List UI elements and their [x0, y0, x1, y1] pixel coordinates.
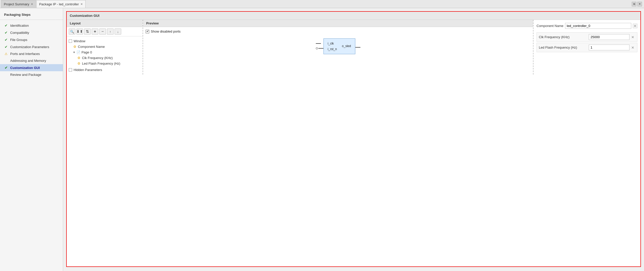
- search-icon: 🔍: [70, 30, 74, 34]
- expand-all-icon: ⇅: [86, 29, 89, 34]
- check-icon-identification: ✔: [4, 23, 8, 27]
- comp-left-ports: i_clk i_rst_n: [328, 42, 337, 51]
- layout-section-header: Layout: [67, 20, 143, 27]
- param-row-clk-freq: Clk Frequency (KHz) ✕: [537, 32, 637, 42]
- show-disabled-checkbox[interactable]: ✔: [146, 30, 149, 33]
- hidden-params-label: Hidden Parameters: [74, 68, 102, 72]
- customization-gui-title: Customization GUI: [67, 12, 640, 20]
- port-row-rst: [316, 47, 323, 49]
- sidebar-item-identification[interactable]: ✔ Identification: [0, 22, 63, 29]
- param-input-led-flash[interactable]: [589, 45, 629, 50]
- component-name-clear-btn[interactable]: ✕: [633, 24, 637, 28]
- move-down-icon: ↓: [117, 30, 119, 34]
- sidebar-item-ports-and-interfaces[interactable]: ⚠ Ports and Interfaces: [0, 50, 63, 57]
- sidebar-label-customization-parameters: Customization Parameters: [10, 45, 49, 49]
- sidebar-label-ports-and-interfaces: Ports and Interfaces: [10, 52, 40, 56]
- tab-bar: Project Summary ✕ Package IP - led_contr…: [0, 0, 644, 8]
- window-close-btn[interactable]: ✕: [637, 2, 642, 6]
- expand-all-button[interactable]: ⇅: [84, 28, 91, 35]
- check-icon-compatibility: ✔: [4, 31, 8, 35]
- sidebar-title: Packaging Steps: [0, 11, 63, 19]
- tree-node-clk-freq[interactable]: ⚙ Clk Frequency (KHz): [76, 55, 142, 61]
- component-diagram: i_clk i_rst_n o_sled: [316, 38, 360, 54]
- sidebar-label-addressing-and-memory: Addressing and Memory: [10, 59, 46, 63]
- param-label-led-flash: Led Flash Frequency (Hz): [539, 46, 589, 49]
- tree-node-led-flash[interactable]: ⚙ Led Flash Frequency (Hz): [76, 61, 142, 66]
- remove-button[interactable]: −: [99, 28, 106, 35]
- page0-label: Page 0: [81, 50, 92, 54]
- tab-package-ip[interactable]: Package IP - led_controller ✕: [36, 0, 86, 8]
- props-section: Component Name ✕ Clk Frequency (KHz) ✕ L…: [533, 20, 640, 75]
- collapse-all-icon: ⬇⬆: [76, 29, 83, 34]
- port-row-clk: [316, 43, 323, 44]
- hidden-params-checkbox[interactable]: [69, 68, 72, 72]
- port-dot-rst: [316, 47, 318, 49]
- layout-tree: Window ⚙ Component Name ▼ 📄 Page 0: [67, 36, 143, 75]
- comp-box-inner: i_clk i_rst_n o_sled: [328, 42, 351, 51]
- sidebar-item-addressing-and-memory[interactable]: Addressing and Memory: [0, 57, 63, 64]
- comp-right-ports: o_sled: [342, 42, 351, 51]
- sidebar-item-customization-gui[interactable]: ✔ Customization GUI: [0, 64, 63, 71]
- sidebar-item-customization-parameters[interactable]: ✔ Customization Parameters: [0, 43, 63, 50]
- tree-node-component-name[interactable]: ⚙ Component Name: [72, 44, 142, 49]
- left-ports: [316, 43, 323, 49]
- add-button[interactable]: +: [92, 28, 98, 35]
- port-label-rst: i_rst_n: [328, 47, 337, 51]
- page-icon-page0: 📄: [76, 50, 80, 54]
- port-line-rst: [318, 48, 323, 49]
- tab-project-summary-close[interactable]: ✕: [31, 3, 33, 6]
- remove-icon: −: [101, 29, 104, 34]
- collapse-all-button[interactable]: ⬇⬆: [76, 28, 83, 35]
- warn-icon-ports-and-interfaces: ⚠: [4, 52, 8, 56]
- move-up-button[interactable]: ↑: [107, 28, 114, 35]
- sidebar-item-review-and-package[interactable]: Review and Package: [0, 71, 63, 78]
- param-clear-clk-freq[interactable]: ✕: [631, 35, 635, 39]
- layout-section: Layout 🔍 ⬇⬆ ⇅ +: [67, 20, 143, 75]
- led-flash-tree-label: Led Flash Frequency (Hz): [82, 62, 120, 65]
- add-icon: +: [94, 29, 96, 34]
- tree-node-hidden-params[interactable]: Hidden Parameters: [68, 67, 142, 73]
- sidebar-label-compatibility: Compatibility: [10, 31, 29, 35]
- port-line-sled: [355, 47, 360, 48]
- tab-package-ip-label: Package IP - led_controller: [39, 2, 79, 6]
- tab-spacer: ⧉ ✕: [632, 2, 643, 6]
- port-label-sled: o_sled: [342, 44, 351, 48]
- tab-package-ip-close[interactable]: ✕: [80, 3, 83, 6]
- sidebar-label-review-and-package: Review and Package: [10, 73, 41, 77]
- window-checkbox[interactable]: [69, 39, 72, 43]
- clk-freq-tree-label: Clk Frequency (KHz): [82, 56, 113, 60]
- gear-icon-led-flash: ⚙: [77, 61, 81, 65]
- tree-node-page0[interactable]: ▼ 📄 Page 0: [72, 49, 142, 55]
- component-box: i_clk i_rst_n o_sled: [323, 38, 355, 54]
- sidebar: Packaging Steps ✔ Identification ✔ Compa…: [0, 8, 63, 271]
- component-name-input[interactable]: [565, 23, 632, 29]
- component-name-tree-label: Component Name: [78, 45, 105, 49]
- port-line-clk: [316, 43, 321, 44]
- window-restore-btn[interactable]: ⧉: [632, 2, 636, 6]
- preview-section: Preview ✔ Show disabled ports: [143, 20, 533, 75]
- param-input-clk-freq[interactable]: [589, 34, 629, 40]
- show-disabled-label: Show disabled ports: [151, 30, 181, 33]
- tree-node-window[interactable]: Window: [68, 38, 142, 44]
- right-port-line: [355, 45, 360, 48]
- show-disabled-row: ✔ Show disabled ports: [146, 30, 530, 33]
- check-icon-customization-gui: ✔: [4, 66, 8, 70]
- sidebar-divider: [0, 20, 63, 20]
- move-down-button[interactable]: ↓: [115, 28, 121, 35]
- port-label-clk: i_clk: [328, 42, 337, 45]
- layout-toolbar: 🔍 ⬇⬆ ⇅ + −: [67, 27, 143, 36]
- move-up-icon: ↑: [109, 30, 111, 34]
- sidebar-label-customization-gui: Customization GUI: [10, 66, 40, 70]
- sidebar-item-compatibility[interactable]: ✔ Compatibility: [0, 29, 63, 36]
- gear-icon-component-name: ⚙: [73, 45, 77, 49]
- tab-project-summary[interactable]: Project Summary ✕: [1, 0, 36, 8]
- param-clear-led-flash[interactable]: ✕: [631, 45, 635, 50]
- tab-project-summary-label: Project Summary: [4, 2, 29, 6]
- preview-section-header: Preview: [143, 20, 533, 27]
- search-button[interactable]: 🔍: [69, 28, 75, 35]
- gear-icon-clk-freq: ⚙: [77, 56, 81, 60]
- component-name-field-label: Component Name: [537, 24, 564, 28]
- collapse-icon-page0: ▼: [73, 51, 75, 54]
- sidebar-label-file-groups: File Groups: [10, 38, 27, 42]
- sidebar-item-file-groups[interactable]: ✔ File Groups: [0, 36, 63, 43]
